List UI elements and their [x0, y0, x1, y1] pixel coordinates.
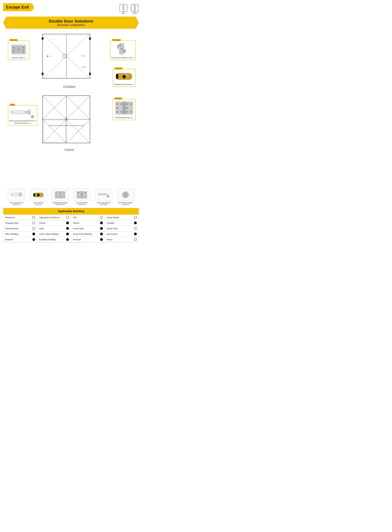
ab-circle-6	[100, 221, 103, 224]
securing-cylinder-caption: Standard Half Cylinder x 1	[114, 83, 135, 86]
ab-label-15: Gymnasium	[107, 233, 118, 235]
ab-cell-18: Terminal	[71, 237, 105, 242]
svg-rect-82	[12, 110, 25, 114]
svg-rect-70	[123, 102, 126, 114]
svg-point-76	[126, 103, 128, 105]
svg-point-95	[56, 192, 57, 193]
svg-rect-90	[37, 193, 40, 196]
product-box-5	[117, 188, 134, 201]
securing-cylinder-box: Securing Standard Half Cylinder x 1	[113, 69, 136, 87]
banner: Double Door Solutions (European configur…	[3, 17, 139, 29]
svg-point-74	[120, 103, 122, 105]
ab-label-11: Senior Club	[107, 227, 117, 230]
svg-line-16	[66, 34, 90, 56]
svg-line-10	[135, 4, 139, 8]
product-item-5: Dust Proof Socket DDDP002	[116, 188, 135, 205]
svg-point-97	[56, 197, 57, 198]
product-icon-panic-exit	[10, 190, 23, 200]
ab-label-7: Hospital	[107, 222, 114, 224]
svg-point-79	[130, 103, 132, 105]
svg-point-80	[130, 111, 132, 113]
svg-rect-87	[12, 193, 19, 196]
svg-rect-44	[83, 125, 84, 127]
safety-caption: Panic Exit Device (double door) x 1Dust …	[9, 120, 36, 125]
ab-label-13: Senior Office Building	[39, 233, 59, 235]
ab-label-14: Government Building	[73, 233, 92, 235]
svg-point-77	[126, 107, 128, 109]
svg-rect-7	[135, 4, 139, 12]
product-box-4	[95, 188, 112, 201]
ab-label-1: High-grade Residence	[39, 216, 60, 219]
pull-icon-group: pull	[119, 4, 127, 14]
product-code-5: DDDP002	[122, 204, 129, 205]
ab-label-3: Super Market	[107, 216, 119, 219]
securing-hinge-caption: Security hinge x 2	[9, 56, 28, 59]
svg-rect-61	[124, 49, 126, 53]
ab-circle-5	[66, 221, 69, 224]
securing-cylinder-tag: Securing	[114, 67, 123, 70]
pull-door-icon	[119, 4, 127, 12]
product-name-2: Ball Bearing Hinge	[53, 202, 67, 204]
ab-cell-11: Senior Club	[105, 226, 139, 231]
securing-tag: Securing	[9, 39, 18, 41]
ab-cell-9: Hotel	[37, 226, 71, 231]
svg-line-3	[120, 8, 123, 12]
ab-circle-16	[32, 238, 35, 241]
product-name-0: Panic Exit Device	[10, 202, 23, 204]
indoor-door-diagram	[39, 93, 93, 146]
svg-point-73	[117, 111, 118, 113]
svg-rect-109	[98, 193, 107, 195]
product-name-1: Lock Cylinder	[33, 202, 44, 204]
product-code-4: DDPD006	[100, 204, 107, 205]
securing-hinge-box: Securing Security hinge x 2	[8, 40, 29, 60]
outdoor-door-diagram	[39, 33, 93, 83]
svg-point-56	[23, 49, 24, 50]
svg-point-72	[117, 107, 118, 109]
ab-circle-1	[66, 216, 69, 219]
svg-rect-18	[42, 37, 44, 40]
product-box-3	[73, 188, 91, 201]
svg-line-9	[131, 8, 135, 12]
svg-point-114	[125, 194, 126, 196]
ab-label-18: Terminal	[73, 238, 81, 241]
page-title: Escape Exit	[3, 3, 34, 11]
hanging-hinge-box: Hanging Ball Bearing Hinge x 4	[113, 99, 136, 120]
svg-line-4	[124, 4, 127, 8]
svg-line-17	[66, 56, 90, 78]
ab-label-9: Hotel	[39, 227, 44, 230]
ab-circle-7	[134, 221, 137, 224]
svg-point-98	[63, 192, 64, 193]
applicable-building-grid: ResidenceHigh-grade ResidenceVliiaSuper …	[3, 215, 139, 242]
push-door-icon	[131, 4, 139, 12]
pull-push-icons: pull push	[119, 4, 139, 14]
operating-tag: Operating	[112, 39, 121, 41]
hanging-tag: Hanging	[114, 97, 122, 99]
svg-point-99	[63, 194, 64, 195]
ab-circle-10	[100, 227, 103, 230]
product-item-3: Security Hinge DDSS014	[72, 188, 91, 205]
svg-point-105	[78, 196, 79, 197]
diagram-area: Outdoor Indoor Securing	[3, 31, 139, 186]
ab-label-12: Office Building	[5, 233, 19, 235]
ab-circle-19	[134, 238, 137, 241]
ab-label-19: Prison	[107, 238, 113, 241]
ab-cell-13: Senior Office Building	[37, 231, 71, 237]
banner-title: Double Door Solutions	[13, 19, 129, 24]
ab-label-8: Nursing Home	[5, 227, 18, 230]
product-code-2: DDSS002-FR	[55, 204, 65, 205]
svg-rect-101	[77, 191, 81, 198]
ab-cell-15: Gymnasium	[105, 231, 139, 237]
ab-circle-17	[66, 238, 69, 241]
svg-point-111	[107, 196, 109, 197]
ab-circle-0	[32, 216, 35, 219]
svg-point-75	[120, 111, 122, 113]
ab-circle-14	[100, 233, 103, 235]
svg-rect-93	[61, 191, 65, 198]
ab-label-6: Station	[73, 222, 79, 224]
page-header: Escape Exit pull push	[3, 3, 139, 14]
svg-point-96	[56, 194, 57, 195]
svg-rect-59	[117, 45, 119, 49]
product-box-1	[30, 188, 47, 201]
svg-point-104	[78, 192, 79, 193]
svg-point-91	[33, 193, 35, 197]
